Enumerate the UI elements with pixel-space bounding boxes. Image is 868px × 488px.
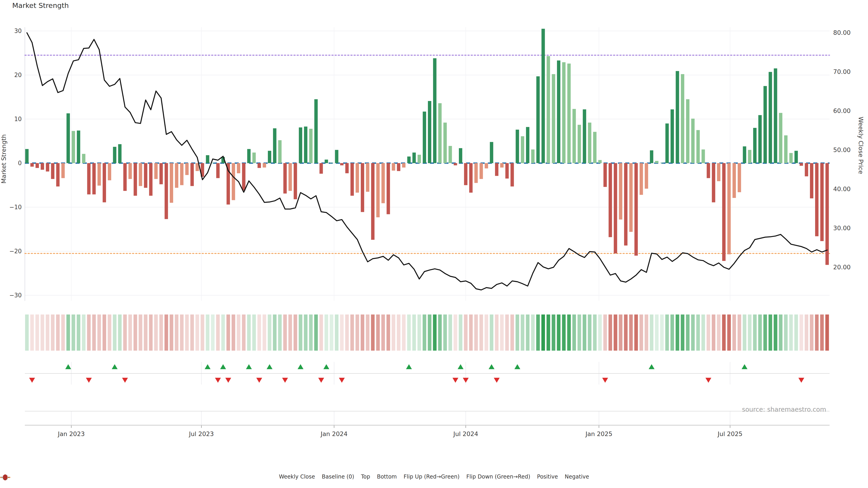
heatmap-cell	[541, 315, 545, 351]
right-tick-label: 60.00	[833, 107, 850, 114]
strength-bar-negative	[361, 163, 364, 212]
heatmap-cell	[41, 315, 44, 351]
heatmap-cell	[299, 315, 303, 351]
heatmap-cell	[572, 315, 576, 351]
strength-bar-negative	[454, 163, 457, 165]
heatmap-cell	[345, 315, 349, 351]
heatmap-cell	[469, 315, 473, 351]
flip-up-icon	[246, 364, 252, 369]
flip-up-icon	[742, 364, 747, 369]
strength-bar-negative	[61, 163, 65, 178]
heatmap-cell	[221, 315, 225, 351]
strength-bar-negative	[180, 163, 184, 185]
heatmap-cell	[252, 315, 256, 351]
heatmap-cell	[304, 315, 307, 351]
strength-bar-positive	[588, 123, 591, 163]
heatmap-cell	[366, 315, 369, 351]
heatmap-cell	[634, 315, 638, 351]
heatmap-cell	[603, 315, 607, 351]
heatmap-cell	[769, 315, 772, 351]
strength-bar-negative	[133, 163, 137, 196]
heatmap-cell	[474, 315, 478, 351]
heatmap-cell	[293, 315, 297, 351]
strength-bar-positive	[696, 130, 700, 163]
strength-bar-negative	[51, 163, 55, 179]
strength-bar-negative	[283, 163, 287, 194]
heatmap-cell	[598, 315, 602, 351]
strength-bar-positive	[521, 136, 524, 163]
flip-down-icon	[318, 378, 324, 383]
heatmap-cell	[407, 315, 411, 351]
heatmap-cell	[56, 315, 60, 351]
heatmap-cell	[810, 315, 813, 351]
heatmap-cell	[386, 315, 390, 351]
heatmap-cell	[733, 315, 736, 351]
heatmap-cell	[712, 315, 715, 351]
strength-bar-positive	[665, 124, 669, 163]
heatmap-cell	[789, 315, 793, 351]
flip-down-icon	[215, 378, 221, 383]
strength-bar-positive	[330, 163, 333, 163]
heatmap-cell	[309, 315, 313, 351]
strength-bar-negative	[397, 163, 400, 171]
strength-bar-negative	[242, 163, 246, 191]
heatmap-cell	[774, 315, 777, 351]
left-tick-label: 10	[14, 116, 22, 123]
heatmap-cell	[82, 315, 86, 351]
heatmap-cell	[722, 315, 725, 351]
left-tick-label: 30	[14, 28, 22, 34]
strength-bar-negative	[56, 163, 60, 186]
strength-bar-positive	[273, 128, 276, 163]
strength-bar-negative	[216, 163, 220, 178]
heatmap-cell	[443, 315, 447, 351]
strength-bar-negative	[609, 163, 612, 237]
strength-bar-negative	[263, 163, 266, 168]
x-tick-label: Jul 2023	[188, 430, 214, 437]
heatmap-cell	[516, 315, 519, 351]
heatmap-cell	[66, 315, 70, 351]
strength-bar-negative	[257, 163, 261, 168]
strength-bar-positive	[686, 99, 689, 163]
strength-bar-negative	[30, 163, 34, 167]
heatmap-cell	[206, 315, 209, 351]
strength-bar-positive	[25, 149, 29, 163]
strength-bar-negative	[479, 163, 483, 179]
strength-bar-positive	[536, 76, 540, 163]
heatmap-cell	[268, 315, 271, 351]
strength-bar-negative	[376, 163, 380, 217]
strength-bar-positive	[758, 115, 762, 163]
heatmap-cell	[485, 315, 488, 351]
strength-bar-positive	[789, 153, 793, 163]
heatmap-cell	[743, 315, 746, 351]
heatmap-cell	[216, 315, 220, 351]
heatmap-cell	[180, 315, 184, 351]
strength-bar-negative	[232, 163, 235, 200]
strength-bar-negative	[722, 163, 725, 261]
strength-bar-positive	[660, 163, 664, 163]
heatmap-cell	[335, 315, 338, 351]
strength-bar-positive	[769, 72, 772, 163]
strength-bar-negative	[41, 163, 44, 170]
heatmap-cell	[433, 315, 436, 351]
strength-bar-positive	[743, 147, 746, 163]
strength-bar-negative	[469, 163, 473, 193]
legend: Weekly CloseBaseline (0)TopBottomFlip Up…	[0, 474, 868, 480]
strength-bar-positive	[252, 153, 256, 163]
strength-bar-positive	[335, 150, 338, 163]
strength-bar-negative	[355, 163, 359, 193]
legend-label: Flip Up (Red→Green)	[404, 474, 460, 480]
strength-bar-positive	[526, 127, 529, 163]
heatmap-cell	[619, 315, 622, 351]
flip-down-icon	[339, 378, 345, 383]
strength-bar-positive	[583, 109, 586, 163]
heatmap-cell	[727, 315, 731, 351]
legend-label: Bottom	[377, 474, 397, 480]
chart-canvas: 3020100−10−20−3080.0070.0060.0050.0040.0…	[0, 0, 868, 488]
heatmap-cell	[629, 315, 633, 351]
strength-bar-negative	[103, 163, 106, 202]
heatmap-cell	[133, 315, 137, 351]
strength-bar-negative	[810, 163, 813, 198]
heatmap-cell	[185, 315, 189, 351]
strength-bar-negative	[371, 163, 375, 240]
heatmap-cell	[314, 315, 318, 351]
